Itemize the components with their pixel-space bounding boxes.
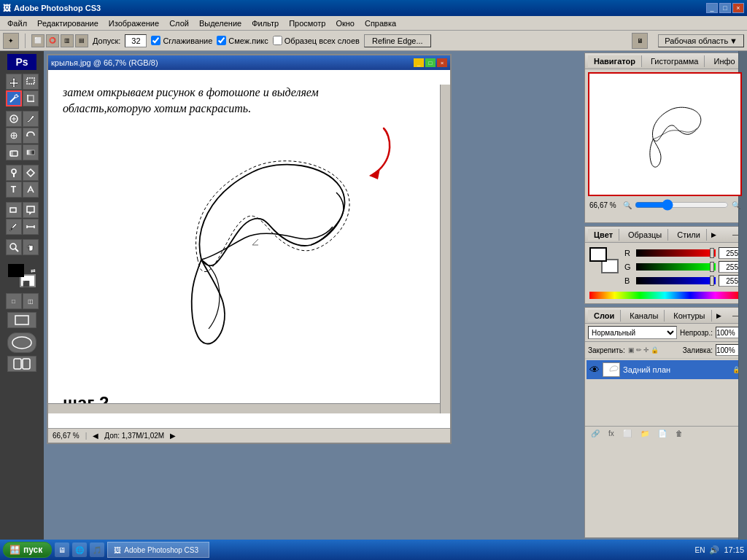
g-slider[interactable] [636,263,716,271]
quick-launch-ie[interactable]: 🌐 [72,542,87,557]
type-tool[interactable]: T [6,182,22,198]
menu-file[interactable]: Файл [3,18,31,28]
fg-color-chip[interactable] [589,247,607,262]
menu-filter[interactable]: Фильтр [247,18,283,28]
gradient-tool[interactable] [23,144,39,160]
maximize-button[interactable]: □ [719,3,731,13]
measure-tool[interactable] [23,219,39,235]
quick-launch-show-desktop[interactable]: 🖥 [55,542,69,557]
spectrum-bar[interactable] [589,292,740,299]
foreground-color-swatch[interactable] [8,264,24,277]
tab-swatches[interactable]: Образцы [622,229,668,241]
new-layer-btn[interactable]: 📄 [655,429,670,438]
marquee-row-tool[interactable]: ▤ [75,34,88,47]
lock-position-icon[interactable]: ✛ [643,346,649,354]
menu-help[interactable]: Справка [360,18,400,28]
right-arrow-btn[interactable]: ▶ [170,432,176,440]
b-value[interactable] [719,275,740,287]
quick-mask-btn[interactable]: ◫ [23,293,39,309]
tolerance-input[interactable] [125,34,147,47]
lock-all-icon[interactable]: 🔒 [651,346,659,354]
zoom-tool[interactable] [6,239,22,255]
screen-mode-btn[interactable] [7,312,36,328]
r-slider[interactable] [636,249,716,257]
tab-navigator[interactable]: Навигатор [588,55,642,67]
zoom-slider[interactable] [635,199,729,211]
window-controls[interactable]: _ □ × [706,3,744,13]
brush-tool[interactable] [23,111,39,127]
tab-channels[interactable]: Каналы [624,310,665,322]
notes-tool[interactable] [23,202,39,218]
horizontal-scrollbar[interactable] [48,403,440,413]
hand-tool[interactable] [23,239,39,255]
pen-tool[interactable] [23,165,39,181]
shape-tool[interactable] [6,202,22,218]
b-slider[interactable] [636,277,716,284]
refine-edge-button[interactable]: Refine Edge... [364,34,431,47]
layer-entry[interactable]: 👁 Задний план 🔒 [587,360,743,379]
layer-visibility-icon[interactable]: 👁 [589,364,600,376]
lang-indicator[interactable]: EN [695,546,705,554]
taskbar-ps-item[interactable]: 🖼 Adobe Photoshop CS3 [107,542,209,558]
anti-alias-checkbox[interactable] [151,36,160,45]
blend-mode-select[interactable]: Нормальный [588,326,677,339]
dodge-tool[interactable] [6,165,22,181]
menu-select[interactable]: Выделение [195,18,246,28]
ellipse-selection-tool[interactable] [7,332,36,353]
clone-tool[interactable] [6,128,22,144]
speaker-icon[interactable]: 🔊 [709,545,719,555]
tab-histogram[interactable]: Гистограмма [645,55,705,67]
tab-info[interactable]: Инфо [708,55,741,67]
zoom-in-icon[interactable]: 🔍 [732,201,740,209]
left-arrow-btn[interactable]: ◀ [93,432,98,440]
tab-paths[interactable]: Контуры [667,310,711,322]
layers-panel-menu[interactable]: ▶ [715,312,723,319]
add-style-btn[interactable]: fx [605,429,617,438]
tab-layers[interactable]: Слои [588,310,621,322]
color-swatches[interactable]: ⇄ ⬛ [8,264,36,287]
magic-wand-tool[interactable] [6,90,22,106]
delete-layer-btn[interactable]: 🗑 [673,429,686,438]
quick-launch-media[interactable]: 🎵 [90,542,104,557]
tab-styles[interactable]: Стили [671,229,707,241]
menu-window[interactable]: Окно [331,18,359,28]
reset-colors-icon[interactable]: ⬛ [23,281,30,287]
workspace-icon[interactable]: 🖥 [632,33,648,49]
doc-window-controls[interactable]: _ □ × [414,58,447,67]
document-canvas[interactable]: затем открываем рисунок в фотошопе и выд… [48,70,450,428]
marquee-circle-tool[interactable]: ⭕ [46,34,59,47]
lock-transparent-icon[interactable]: ▣ [628,346,635,354]
start-button[interactable]: 🪟 пуск [3,542,52,558]
workspace-button[interactable]: Рабочая область ▼ [658,34,744,47]
r-value[interactable] [719,247,740,259]
close-button[interactable]: × [732,3,744,13]
tab-color[interactable]: Цвет [588,229,619,241]
menu-edit[interactable]: Редактирование [33,18,103,28]
contiguous-checkbox[interactable] [217,36,226,45]
image-ready-btn[interactable] [7,356,36,372]
healing-tool[interactable] [6,111,22,127]
minimize-button[interactable]: _ [706,3,718,13]
zoom-out-icon[interactable]: 🔍 [623,201,632,209]
doc-minimize-btn[interactable]: _ [414,58,424,67]
menu-view[interactable]: Просмотр [285,18,330,28]
g-value[interactable] [719,261,740,273]
lock-paint-icon[interactable]: ✏ [636,346,642,354]
new-group-btn[interactable]: 📁 [638,429,652,438]
doc-close-btn[interactable]: × [437,58,447,67]
doc-maximize-btn[interactable]: □ [425,58,436,67]
sample-all-checkbox[interactable] [273,36,282,45]
selection-tools[interactable] [23,74,39,90]
history-brush-tool[interactable] [23,128,39,144]
eyedropper-tool[interactable] [6,219,22,235]
add-mask-btn[interactable]: ⬜ [620,429,635,438]
link-layers-btn[interactable]: 🔗 [588,429,603,438]
marquee-col-tool[interactable]: ▥ [61,34,74,47]
menu-layer[interactable]: Слой [165,18,193,28]
marquee-rect-tool[interactable]: ⬜ [31,34,44,47]
menu-image[interactable]: Изображение [104,18,163,28]
swap-colors-icon[interactable]: ⇄ [31,268,36,274]
crop-tool[interactable] [23,90,39,106]
path-select-tool[interactable] [23,182,39,198]
tool-preset-picker[interactable]: ✦ [3,33,19,49]
